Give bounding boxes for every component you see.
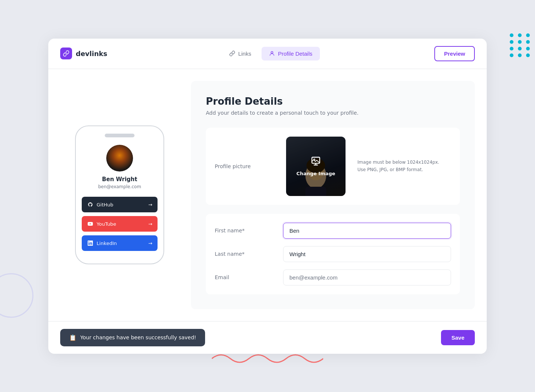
email-input[interactable]	[283, 270, 451, 285]
youtube-link-label: YouTube	[97, 221, 116, 227]
picture-hint: Image must be below 1024x1024px. Use PNG…	[357, 159, 439, 173]
app-footer: 📋 Your changes have been successfully sa…	[48, 321, 487, 354]
email-row: Email	[215, 270, 451, 285]
preview-button[interactable]: Preview	[434, 46, 475, 61]
nav-tabs: Links Profile Details	[222, 47, 320, 61]
tab-profile-details[interactable]: Profile Details	[262, 47, 320, 61]
linkedin-arrow: →	[148, 241, 152, 246]
success-toast: 📋 Your changes have been successfully sa…	[60, 329, 205, 346]
phone-user-email: ben@example.com	[82, 184, 158, 189]
logo-icon	[60, 48, 72, 59]
link-left-linkedin: LinkedIn	[87, 240, 117, 246]
change-image-text: Change Image	[296, 171, 335, 176]
content-area: Ben Wright ben@example.com GitHub →	[48, 69, 487, 321]
youtube-arrow: →	[148, 221, 152, 227]
github-arrow: →	[148, 202, 152, 208]
last-name-row: Last name*	[215, 246, 451, 262]
linkedin-link-label: LinkedIn	[97, 241, 117, 246]
phone-user-name: Ben Wright	[82, 176, 158, 183]
logo: devlinks	[60, 48, 107, 59]
github-link-label: GitHub	[97, 202, 113, 208]
picture-section: Profile picture	[206, 128, 460, 205]
logo-text: devlinks	[76, 50, 107, 58]
phone-link-linkedin: LinkedIn →	[82, 235, 158, 251]
link-left-youtube: YouTube	[87, 220, 116, 227]
phone-notch	[105, 134, 134, 137]
profile-icon	[269, 50, 275, 56]
image-icon	[311, 156, 321, 169]
linkedin-icon	[87, 240, 94, 246]
svg-point-0	[271, 52, 273, 53]
phone-frame: Ben Wright ben@example.com GitHub →	[75, 125, 164, 264]
fields-section: First name* Last name* Email	[206, 214, 460, 294]
link-left-github: GitHub	[87, 201, 113, 208]
decorative-dots	[506, 30, 535, 61]
toast-icon: 📋	[69, 334, 77, 341]
save-button[interactable]: Save	[441, 330, 475, 345]
email-label: Email	[215, 274, 274, 280]
change-image-overlay: Change Image	[286, 137, 346, 196]
main-card: devlinks Links Profile Details Preview	[48, 39, 487, 354]
phone-link-youtube: YouTube →	[82, 216, 158, 232]
tab-links[interactable]: Links	[222, 47, 259, 61]
phone-preview-panel: Ben Wright ben@example.com GitHub →	[60, 81, 179, 309]
picture-label: Profile picture	[215, 163, 274, 169]
youtube-icon	[87, 220, 94, 227]
first-name-label: First name*	[215, 228, 274, 233]
app-header: devlinks Links Profile Details Preview	[48, 39, 487, 69]
toast-message: Your changes have been successfully save…	[80, 334, 196, 340]
form-subtitle: Add your details to create a personal to…	[206, 110, 460, 116]
profile-form-panel: Profile Details Add your details to crea…	[191, 81, 475, 309]
github-icon	[87, 201, 94, 208]
first-name-input[interactable]	[283, 223, 451, 239]
link-icon	[229, 50, 235, 56]
form-title: Profile Details	[206, 96, 460, 107]
decorative-circle	[0, 273, 33, 318]
phone-avatar	[106, 145, 133, 172]
last-name-label: Last name*	[215, 251, 274, 257]
first-name-row: First name*	[215, 223, 451, 239]
last-name-input[interactable]	[283, 246, 451, 262]
phone-link-github: GitHub →	[82, 197, 158, 212]
picture-upload-area[interactable]: Change Image	[286, 137, 346, 196]
avatar-image	[106, 145, 133, 172]
